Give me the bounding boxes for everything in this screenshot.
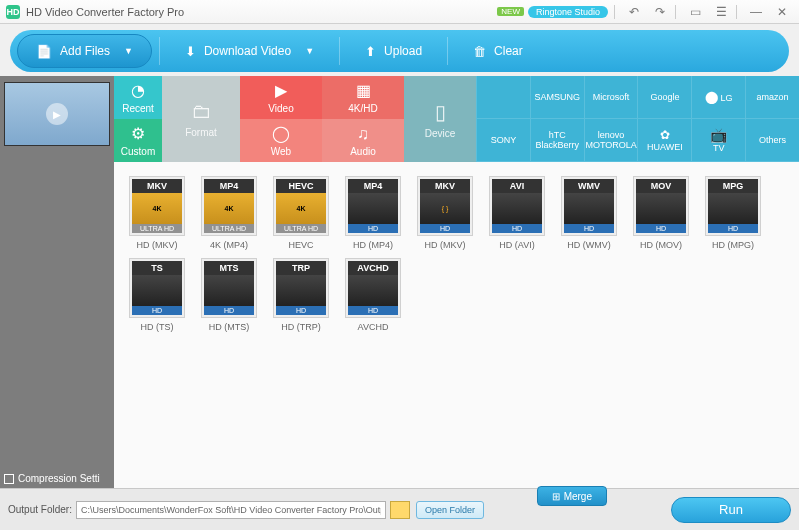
trash-icon: 🗑: [473, 44, 486, 59]
window-icon-2[interactable]: ☰: [710, 4, 732, 20]
merge-button[interactable]: ⊞ Merge: [537, 486, 607, 506]
bottom-bar: Output Folder: Open Folder ⊞ Merge Run: [0, 488, 799, 530]
format-grid: MKV 4K ULTRA HD HD (MKV) MP4 4K ULTRA HD…: [114, 162, 799, 488]
new-badge: NEW: [497, 7, 524, 16]
output-folder-label: Output Folder:: [8, 504, 72, 515]
window-icon-1[interactable]: ▭: [684, 4, 706, 20]
recent-tab[interactable]: ◔ Recent: [114, 76, 162, 119]
brand-samsung[interactable]: SAMSUNG: [530, 76, 584, 119]
brand-htc[interactable]: hTCBlackBerry: [530, 119, 584, 162]
brand-lg[interactable]: ⬤ LG: [691, 76, 745, 119]
format-icon: WMV HD: [561, 176, 617, 236]
format-avchd[interactable]: AVCHD HD AVCHD: [340, 258, 406, 332]
format-tab[interactable]: 🗀 Format: [162, 76, 240, 162]
format-icon: AVCHD HD: [345, 258, 401, 318]
brand-apple[interactable]: [476, 76, 530, 119]
format-icon: MKV 4K ULTRA HD: [129, 176, 185, 236]
add-files-label: Add Files: [60, 44, 110, 58]
play-icon: ▶: [46, 103, 68, 125]
4k-label: 4K/HD: [348, 103, 377, 114]
file-list-panel: ▶ Compression Setti: [0, 76, 114, 488]
brand-huawei[interactable]: ✿HUAWEI: [637, 119, 691, 162]
add-files-button[interactable]: 📄 Add Files ▼: [17, 34, 152, 68]
globe-icon: ◯: [272, 124, 290, 143]
output-path-input[interactable]: [76, 501, 386, 519]
4k-hd-tab[interactable]: ▦ 4K/HD: [322, 76, 404, 119]
format-wmv[interactable]: WMV HD HD (WMV): [556, 176, 622, 250]
format-icon: MP4 HD: [345, 176, 401, 236]
format-ts[interactable]: TS HD HD (TS): [124, 258, 190, 332]
brand-others[interactable]: Others: [745, 119, 799, 162]
format-icon: MP4 4K ULTRA HD: [201, 176, 257, 236]
undo-icon[interactable]: ↶: [623, 4, 645, 20]
format-mp4[interactable]: MP4 4K ULTRA HD 4K (MP4): [196, 176, 262, 250]
web-tab[interactable]: ◯ Web: [240, 119, 322, 162]
ringtone-studio-button[interactable]: Ringtone Studio: [528, 6, 608, 18]
run-button[interactable]: Run: [671, 497, 791, 523]
format-panel: ◔ Recent ⚙ Custom 🗀 Format ▶ Video ◯: [114, 76, 799, 488]
format-label: Format: [185, 127, 217, 138]
merge-label: Merge: [564, 491, 592, 502]
brand-lenovo[interactable]: lenovoMOTOROLA: [584, 119, 638, 162]
format-trp[interactable]: TRP HD HD (TRP): [268, 258, 334, 332]
format-hevc[interactable]: HEVC 4K ULTRA HD HEVC: [268, 176, 334, 250]
play-circle-icon: ▶: [275, 81, 287, 100]
format-icon: AVI HD: [489, 176, 545, 236]
format-icon: TS HD: [129, 258, 185, 318]
format-mp4[interactable]: MP4 HD HD (MP4): [340, 176, 406, 250]
titlebar: HD HD Video Converter Factory Pro NEW Ri…: [0, 0, 799, 24]
brand-tv[interactable]: 📺TV: [691, 119, 745, 162]
audio-tab[interactable]: ♫ Audio: [322, 119, 404, 162]
compression-label: Compression Setti: [18, 473, 100, 484]
format-mts[interactable]: MTS HD HD (MTS): [196, 258, 262, 332]
browse-folder-button[interactable]: [390, 501, 410, 519]
4k-icon: ▦: [356, 81, 371, 100]
clear-button[interactable]: 🗑 Clear: [455, 34, 541, 68]
download-icon: ⬇: [185, 44, 196, 59]
format-mov[interactable]: MOV HD HD (MOV): [628, 176, 694, 250]
format-mpg[interactable]: MPG HD HD (MPG): [700, 176, 766, 250]
video-label: Video: [268, 103, 293, 114]
format-icon: TRP HD: [273, 258, 329, 318]
folder-icon: 🗀: [191, 100, 211, 123]
headphones-icon: ♫: [357, 125, 369, 143]
upload-button[interactable]: ⬆ Upload: [347, 34, 440, 68]
brand-grid: SAMSUNGMicrosoftGoogle⬤ LGamazonSONYhTCB…: [476, 76, 799, 162]
format-icon: HEVC 4K ULTRA HD: [273, 176, 329, 236]
format-avi[interactable]: AVI HD HD (AVI): [484, 176, 550, 250]
format-mkv[interactable]: MKV { } HD HD (MKV): [412, 176, 478, 250]
main-area: ▶ Compression Setti ◔ Recent ⚙ Custom 🗀 …: [0, 76, 799, 488]
open-folder-button[interactable]: Open Folder: [416, 501, 484, 519]
app-title: HD Video Converter Factory Pro: [26, 6, 184, 18]
format-icon: MOV HD: [633, 176, 689, 236]
format-icon: MPG HD: [705, 176, 761, 236]
app-logo-icon: HD: [6, 5, 20, 19]
category-bar: ◔ Recent ⚙ Custom 🗀 Format ▶ Video ◯: [114, 76, 799, 162]
chevron-down-icon: ▼: [124, 46, 133, 56]
video-tab[interactable]: ▶ Video: [240, 76, 322, 119]
brand-sony[interactable]: SONY: [476, 119, 530, 162]
brand-microsoft[interactable]: Microsoft: [584, 76, 638, 119]
checkbox-icon[interactable]: [4, 474, 14, 484]
video-thumbnail[interactable]: ▶: [4, 82, 110, 146]
custom-tab[interactable]: ⚙ Custom: [114, 119, 162, 162]
download-video-button[interactable]: ⬇ Download Video ▼: [167, 34, 332, 68]
main-toolbar: 📄 Add Files ▼ ⬇ Download Video ▼ ⬆ Uploa…: [10, 30, 789, 72]
minimize-icon[interactable]: —: [745, 4, 767, 20]
gear-icon: ⚙: [131, 124, 145, 143]
device-tab[interactable]: ▯ Device: [404, 76, 476, 162]
format-icon: MTS HD: [201, 258, 257, 318]
clear-label: Clear: [494, 44, 523, 58]
chevron-down-icon: ▼: [305, 46, 314, 56]
add-files-icon: 📄: [36, 44, 52, 59]
redo-icon[interactable]: ↷: [649, 4, 671, 20]
brand-amazon[interactable]: amazon: [745, 76, 799, 119]
close-icon[interactable]: ✕: [771, 4, 793, 20]
upload-icon: ⬆: [365, 44, 376, 59]
brand-google[interactable]: Google: [637, 76, 691, 119]
format-icon: MKV { } HD: [417, 176, 473, 236]
compression-settings[interactable]: Compression Setti: [4, 473, 100, 484]
upload-label: Upload: [384, 44, 422, 58]
format-mkv[interactable]: MKV 4K ULTRA HD HD (MKV): [124, 176, 190, 250]
custom-label: Custom: [121, 146, 155, 157]
